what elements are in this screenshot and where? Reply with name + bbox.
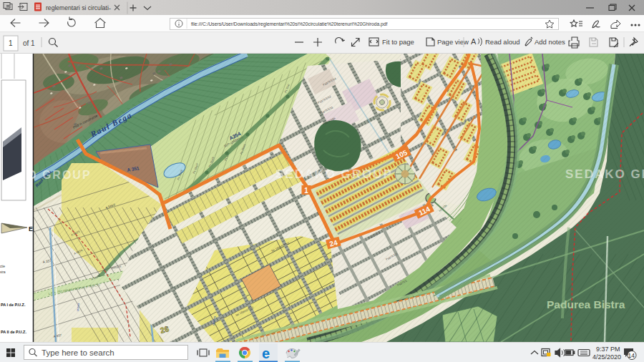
svg-text:Add notes: Add notes	[535, 38, 565, 46]
svg-text:E: E	[29, 225, 33, 233]
svg-text:ctie: ctie	[0, 265, 6, 268]
svg-text:PA I de P.U.Z.: PA I de P.U.Z.	[1, 303, 26, 307]
svg-text:PA II de P.U.Z.: PA II de P.U.Z.	[1, 330, 26, 334]
svg-text:9:37 PM: 9:37 PM	[596, 346, 620, 353]
svg-text:Read aloud: Read aloud	[485, 38, 520, 46]
svg-text:Type here to search: Type here to search	[42, 348, 114, 357]
svg-text:4/25/2020: 4/25/2020	[592, 353, 621, 361]
svg-text:reglementari si circulati˗: reglementari si circulati˗	[46, 4, 111, 11]
svg-text:14: 14	[628, 352, 635, 359]
svg-text:1: 1	[9, 39, 13, 47]
svg-text:of 1: of 1	[23, 39, 35, 47]
svg-text:A: A	[471, 37, 477, 46]
svg-text:e: e	[262, 346, 270, 361]
svg-text:file:///C:/Users/User/Download: file:///C:/Users/User/Downloads/reglemen…	[191, 21, 387, 27]
svg-text:stra: stra	[0, 270, 6, 274]
svg-text:Fit to page: Fit to page	[382, 38, 414, 46]
